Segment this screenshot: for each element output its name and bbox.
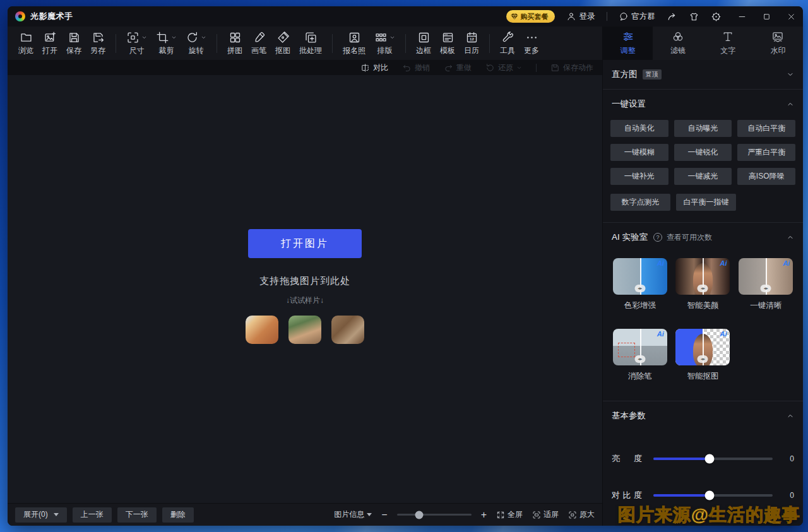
fit-screen-button[interactable]: 适屏 (532, 509, 559, 520)
ai-card-color-enhance[interactable]: Ai ◂▸ 色彩增强 (612, 258, 668, 311)
previous-image-button[interactable]: 上一张 (73, 507, 112, 523)
one-key-button[interactable]: 自动白平衡 (737, 120, 795, 137)
theme-skin-icon[interactable] (689, 11, 699, 22)
toolbar-layout-button[interactable]: 排版 (370, 31, 400, 56)
chevron-down-icon[interactable] (201, 35, 206, 40)
brightness-slider-handle[interactable] (704, 454, 714, 464)
toolbar-open-button[interactable]: 打开 (38, 31, 62, 56)
zoom-slider[interactable] (397, 514, 472, 516)
toolbar-save-as-button[interactable]: 另存 (86, 31, 110, 56)
ai-card-thumbnail: Ai ◂▸ (613, 258, 667, 295)
close-button[interactable] (787, 13, 795, 21)
one-key-button[interactable]: 一键减光 (674, 168, 732, 185)
one-key-button[interactable]: 一键锐化 (674, 144, 732, 161)
toolbar-batch-button[interactable]: 批处理 (295, 31, 326, 56)
settings-gear-icon[interactable] (711, 11, 722, 22)
next-image-button[interactable]: 下一张 (117, 507, 157, 523)
one-key-button[interactable]: 严重白平衡 (737, 144, 795, 161)
open-image-button[interactable]: 打开图片 (248, 229, 362, 258)
chevron-down-icon[interactable] (787, 71, 794, 78)
help-icon[interactable]: ? (653, 233, 662, 242)
delete-image-button[interactable]: 删除 (162, 507, 194, 523)
ai-card-smart-beauty[interactable]: Ai ◂▸ 智能美颜 (675, 258, 732, 311)
expand-filmstrip-button[interactable]: 展开(0) (15, 507, 67, 523)
ai-lab-section-header[interactable]: AI 实验室 ? 查看可用次数 (603, 223, 803, 252)
ai-card-eraser-pen[interactable]: Ai ◂▸ 消除笔 (612, 329, 668, 382)
toolbar-crop-button[interactable]: 裁剪 (152, 31, 181, 56)
toolbar-border-button[interactable]: 边框 (412, 31, 436, 56)
tab-watermark[interactable]: 水印 (753, 27, 803, 60)
minimize-button[interactable] (738, 13, 746, 21)
sample-image-portrait[interactable] (288, 316, 321, 344)
ai-usage-link[interactable]: 查看可用次数 (667, 232, 712, 243)
tab-label: 滤镜 (670, 45, 686, 56)
zoom-slider-handle[interactable] (415, 511, 424, 519)
redo-button[interactable]: 重做 (444, 62, 472, 73)
pin-badge[interactable]: 置顶 (643, 69, 662, 80)
ai-card-thumbnail: Ai ◂▸ (739, 258, 793, 295)
compare-button[interactable]: 对比 (360, 62, 388, 73)
toolbar-id-photo-button[interactable]: 报名照 (338, 31, 370, 56)
histogram-section-header[interactable]: 直方图 置顶 (603, 60, 803, 89)
zoom-out-button[interactable]: − (381, 510, 387, 520)
toolbar-more-button[interactable]: 更多 (520, 31, 544, 56)
ai-card-one-key-sharpen[interactable]: Ai ◂▸ 一键清晰 (737, 258, 794, 311)
chevron-up-icon[interactable] (787, 100, 794, 108)
toolbar-collage-button[interactable]: 拼图 (223, 31, 247, 56)
restore-button[interactable]: 还原 (485, 62, 522, 73)
basic-params-section-header[interactable]: 基本参数 (603, 401, 803, 430)
canvas-area[interactable]: 打开图片 支持拖拽图片到此处 ↓试试样片↓ (8, 75, 602, 503)
official-group-button[interactable]: 官方群 (619, 11, 656, 22)
maximize-button[interactable] (763, 13, 771, 21)
one-key-button-row2: 数字点测光 白平衡一指键 (603, 185, 803, 222)
one-key-button[interactable]: 一键补光 (610, 168, 668, 185)
zoom-in-button[interactable]: + (481, 510, 487, 520)
ai-card-smart-cutout[interactable]: Ai ◂▸ 智能抠图 (675, 329, 732, 382)
image-info-dropdown[interactable]: 图片信息 (334, 509, 372, 520)
ai-card-label: 一键清晰 (750, 300, 781, 311)
brightness-slider[interactable] (653, 458, 773, 460)
sample-image-desert[interactable] (246, 316, 278, 344)
toolbar-browse-button[interactable]: 浏览 (14, 31, 38, 56)
brush-icon (252, 31, 266, 44)
tab-label: 调整 (621, 45, 636, 56)
toolbar-template-button[interactable]: 模板 (436, 31, 460, 56)
adjust-panel: 直方图 置顶 一键设置 自动美化 自动曝光 自动白平衡 一键模糊 一键锐化 严重… (602, 60, 803, 526)
one-key-button[interactable]: 白平衡一指键 (676, 194, 736, 211)
chevron-down-icon[interactable] (171, 35, 177, 40)
toolbar-save-button[interactable]: 保存 (62, 31, 86, 56)
fullscreen-button[interactable]: 全屏 (496, 509, 523, 520)
ai-card-thumbnail: Ai ◂▸ (613, 329, 667, 365)
undo-button[interactable]: 撤销 (402, 62, 430, 73)
chevron-up-icon[interactable] (787, 412, 794, 420)
toolbar-brush-button[interactable]: 画笔 (247, 31, 271, 56)
one-key-section-header[interactable]: 一键设置 (603, 90, 803, 119)
chevron-up-icon[interactable] (787, 233, 794, 241)
chevron-down-icon[interactable] (141, 35, 147, 40)
toolbar-calendar-button[interactable]: 12 日历 (460, 31, 484, 56)
share-icon[interactable] (667, 11, 677, 22)
contrast-slider-handle[interactable] (704, 491, 714, 500)
chevron-down-icon[interactable] (389, 35, 395, 40)
actual-size-button[interactable]: 原大 (568, 509, 595, 520)
tab-adjust[interactable]: 调整 (603, 27, 653, 60)
save-action-button[interactable]: 保存动作 (550, 62, 593, 73)
tab-filters[interactable]: 滤镜 (653, 27, 703, 60)
login-button[interactable]: 登录 (566, 11, 595, 22)
one-key-button[interactable]: 一键模糊 (610, 144, 668, 161)
svg-text:12: 12 (470, 37, 474, 41)
toolbar-tools-button[interactable]: 工具 (496, 31, 520, 56)
toolbar-resize-button[interactable]: 尺寸 (122, 31, 152, 56)
toolbar-rotate-button[interactable]: 旋转 (181, 31, 211, 56)
sample-image-flatlay[interactable] (331, 316, 364, 344)
contrast-slider[interactable] (653, 494, 773, 497)
buy-plan-badge[interactable]: 购买套餐 (506, 10, 555, 23)
ai-cards-grid: Ai ◂▸ 色彩增强 Ai ◂▸ 智能美颜 (603, 252, 803, 401)
tab-text[interactable]: 文字 (703, 27, 753, 60)
one-key-button[interactable]: 高ISO降噪 (737, 168, 795, 185)
one-key-button[interactable]: 自动曝光 (674, 120, 732, 137)
one-key-button[interactable]: 数字点测光 (610, 194, 670, 211)
one-key-button[interactable]: 自动美化 (610, 120, 668, 137)
compare-split-icon (360, 63, 370, 73)
toolbar-cutout-button[interactable]: 抠图 (271, 31, 295, 56)
